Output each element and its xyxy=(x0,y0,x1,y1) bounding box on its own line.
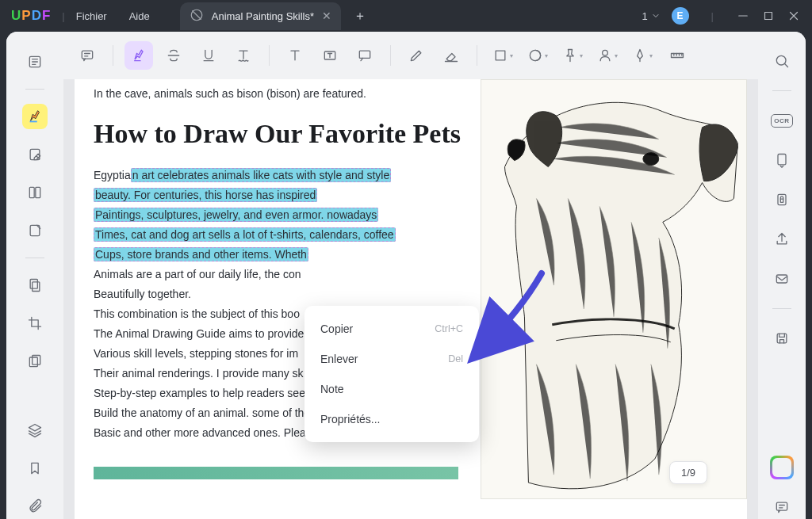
svg-point-17 xyxy=(603,50,608,55)
squiggly-tool[interactable] xyxy=(229,41,258,70)
highlight-mode-button[interactable] xyxy=(22,104,48,129)
document-image-strip xyxy=(94,467,458,479)
highlighted-text: Cups, store brands and other items. Whet… xyxy=(94,247,308,261)
svg-rect-6 xyxy=(36,187,40,197)
comment-tool[interactable] xyxy=(73,41,102,70)
ocr-button[interactable]: OCR xyxy=(770,109,794,132)
share-button[interactable] xyxy=(770,227,794,251)
tab-close-icon[interactable]: ✕ xyxy=(322,10,331,22)
menu-help[interactable]: Aide xyxy=(129,10,150,22)
textbox-tool[interactable] xyxy=(316,41,344,70)
page-indicator[interactable]: 1/9 xyxy=(669,461,707,484)
ai-assistant-button[interactable] xyxy=(770,456,794,479)
context-remove[interactable]: Enlever Del xyxy=(304,344,479,374)
context-menu: Copier Ctrl+C Enlever Del Note Propriété… xyxy=(304,306,479,442)
svg-rect-5 xyxy=(29,187,34,197)
separator: | xyxy=(711,10,714,22)
strikethrough-tool[interactable] xyxy=(159,41,188,70)
watermark-button[interactable] xyxy=(22,349,48,374)
context-copy[interactable]: Copier Ctrl+C xyxy=(304,314,479,344)
svg-rect-12 xyxy=(82,51,92,59)
svg-rect-22 xyxy=(780,199,783,202)
highlighter-tool[interactable] xyxy=(124,41,153,70)
stamp-tool[interactable]: ▾ xyxy=(523,41,552,70)
document-image xyxy=(481,79,747,499)
svg-rect-24 xyxy=(777,334,787,343)
page-tools-button[interactable] xyxy=(22,273,48,298)
save-button[interactable] xyxy=(770,326,794,350)
layers-button[interactable] xyxy=(22,418,48,443)
protect-button[interactable] xyxy=(770,188,794,212)
user-avatar[interactable]: E xyxy=(672,7,689,25)
reader-mode-button[interactable] xyxy=(22,49,48,74)
context-note[interactable]: Note xyxy=(304,374,479,404)
ruler-tool[interactable] xyxy=(663,41,691,70)
svg-rect-11 xyxy=(33,356,40,365)
text-tool[interactable] xyxy=(281,41,309,70)
signature-tool[interactable]: ▾ xyxy=(593,41,622,70)
separator: | xyxy=(62,10,64,22)
svg-rect-3 xyxy=(30,121,37,123)
maximize-button[interactable] xyxy=(761,9,776,23)
pencil-tool[interactable] xyxy=(402,41,431,70)
tab-doc-icon xyxy=(190,8,204,25)
email-button[interactable] xyxy=(770,267,794,291)
crop-button[interactable] xyxy=(22,311,48,336)
forms-mode-button[interactable] xyxy=(22,218,48,243)
pin-tool[interactable]: ▾ xyxy=(558,41,587,70)
shape-tool[interactable]: ▾ xyxy=(488,41,517,70)
bookmarks-button[interactable] xyxy=(22,456,48,481)
tab-title: Animal Painting Skills* xyxy=(212,10,314,22)
highlighted-text: n art celebrates animals like cats with … xyxy=(131,168,391,182)
comments-panel-button[interactable] xyxy=(770,495,794,519)
svg-rect-14 xyxy=(359,51,370,58)
page-count-dropdown[interactable]: 1 xyxy=(642,10,660,22)
eraser-tool[interactable] xyxy=(437,41,465,70)
close-window-button[interactable] xyxy=(787,9,801,23)
svg-rect-1 xyxy=(765,13,772,20)
menu-file[interactable]: Fichier xyxy=(76,10,107,22)
callout-tool[interactable] xyxy=(350,41,379,70)
svg-rect-25 xyxy=(776,502,787,510)
search-button[interactable] xyxy=(770,49,794,73)
svg-rect-20 xyxy=(778,155,786,165)
edit-mode-button[interactable] xyxy=(22,142,48,167)
highlighted-text: Paintings, sculptures, jewelry, and even… xyxy=(94,208,378,222)
context-properties[interactable]: Propriétés... xyxy=(304,404,479,434)
svg-rect-10 xyxy=(29,357,37,367)
svg-rect-15 xyxy=(496,51,505,60)
new-tab-button[interactable]: ＋ xyxy=(354,8,366,25)
pen-tool[interactable]: ▾ xyxy=(628,41,657,70)
convert-button[interactable] xyxy=(770,148,794,172)
minimize-button[interactable] xyxy=(736,9,750,23)
attachments-button[interactable] xyxy=(22,494,48,519)
svg-rect-23 xyxy=(776,275,787,283)
highlighted-text: beauty. For centuries, this horse has in… xyxy=(94,188,317,202)
underline-tool[interactable] xyxy=(194,41,223,70)
app-logo: UPDF xyxy=(11,8,51,24)
svg-rect-8 xyxy=(30,280,37,289)
svg-rect-9 xyxy=(33,282,40,292)
highlighted-text: Times, cat and dog art sells a lot of t-… xyxy=(94,227,396,242)
organize-mode-button[interactable] xyxy=(22,180,48,205)
document-tab[interactable]: Animal Painting Skills* ✕ xyxy=(180,2,341,30)
